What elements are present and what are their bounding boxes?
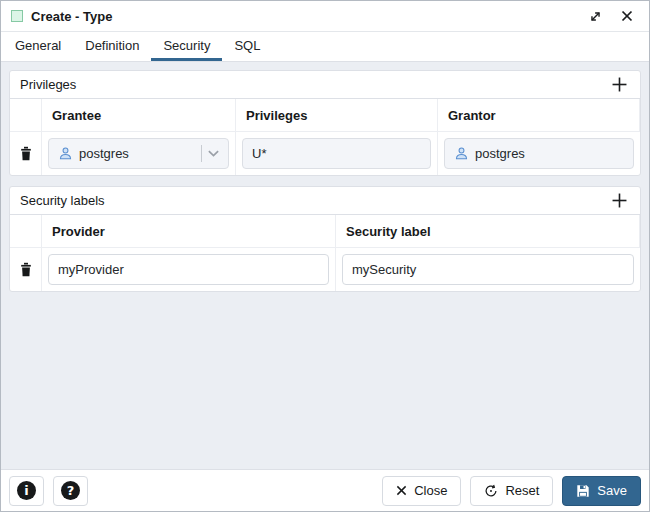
col-header-actions — [10, 215, 42, 248]
security-tab-panel: Privileges Grantee Privileges Grantor — [1, 62, 649, 469]
grantor-field: postgres — [444, 138, 634, 169]
security-labels-section: Security labels Provider Security label — [9, 186, 641, 292]
trash-icon — [19, 262, 33, 277]
privilege-row-delete-cell — [10, 132, 42, 175]
label-row-delete-cell — [10, 248, 42, 291]
undo-circle-icon — [484, 484, 498, 498]
privileges-header: Privileges — [10, 71, 640, 99]
col-header-privileges: Privileges — [236, 99, 438, 132]
privileges-value: U* — [252, 146, 266, 161]
info-circle-icon: i — [17, 481, 36, 500]
privileges-table: Grantee Privileges Grantor — [10, 99, 640, 175]
delete-security-label-row-button[interactable] — [19, 262, 33, 277]
col-header-security-label: Security label — [336, 215, 640, 248]
question-circle-icon: ? — [61, 481, 80, 500]
plus-icon — [612, 193, 627, 208]
floppy-disk-icon — [576, 484, 590, 498]
dialog-footer: i ? Close Reset — [1, 469, 649, 511]
close-dialog-button[interactable] — [615, 4, 639, 28]
privileges-cell: U* — [236, 132, 438, 175]
add-security-label-button[interactable] — [608, 190, 630, 212]
provider-cell — [42, 248, 336, 291]
tab-general[interactable]: General — [3, 32, 73, 61]
col-header-grantee: Grantee — [42, 99, 236, 132]
save-button[interactable]: Save — [562, 476, 641, 506]
type-icon — [11, 10, 23, 22]
expand-diagonal-icon — [589, 10, 602, 23]
create-type-dialog: Create - Type General Definition Securit… — [0, 0, 650, 512]
dialog-titlebar: Create - Type — [1, 1, 649, 32]
trash-icon — [19, 146, 33, 161]
close-button[interactable]: Close — [382, 476, 461, 506]
privileges-value-field[interactable]: U* — [242, 138, 431, 169]
chevron-down-icon — [208, 150, 219, 157]
maximize-button[interactable] — [583, 4, 607, 28]
select-divider — [201, 145, 202, 162]
sql-help-button[interactable]: i — [9, 476, 44, 506]
plus-icon — [612, 77, 627, 92]
tab-sql[interactable]: SQL — [222, 32, 272, 61]
dialog-help-button[interactable]: ? — [53, 476, 88, 506]
provider-input[interactable] — [48, 254, 329, 285]
security-label-cell — [336, 248, 640, 291]
delete-privilege-row-button[interactable] — [19, 146, 33, 161]
tab-security[interactable]: Security — [151, 32, 222, 61]
tab-definition[interactable]: Definition — [73, 32, 151, 61]
grantor-value: postgres — [475, 146, 525, 161]
x-icon — [396, 485, 407, 496]
grantee-cell: postgres — [42, 132, 236, 175]
grantee-value: postgres — [79, 146, 129, 161]
security-label-input[interactable] — [342, 254, 634, 285]
privileges-title: Privileges — [20, 77, 76, 92]
add-privilege-button[interactable] — [608, 74, 630, 96]
dialog-tabs: General Definition Security SQL — [1, 32, 649, 62]
security-labels-table: Provider Security label — [10, 215, 640, 291]
grantee-select[interactable]: postgres — [48, 138, 229, 169]
security-labels-header: Security labels — [10, 187, 640, 215]
x-icon — [621, 10, 633, 22]
col-header-provider: Provider — [42, 215, 336, 248]
privileges-section: Privileges Grantee Privileges Grantor — [9, 70, 641, 176]
user-role-icon — [58, 146, 73, 161]
grantor-cell: postgres — [438, 132, 640, 175]
security-labels-title: Security labels — [20, 193, 105, 208]
dialog-title: Create - Type — [31, 9, 575, 24]
user-role-icon — [454, 146, 469, 161]
col-header-grantor: Grantor — [438, 99, 640, 132]
col-header-actions — [10, 99, 42, 132]
reset-button[interactable]: Reset — [470, 476, 553, 506]
